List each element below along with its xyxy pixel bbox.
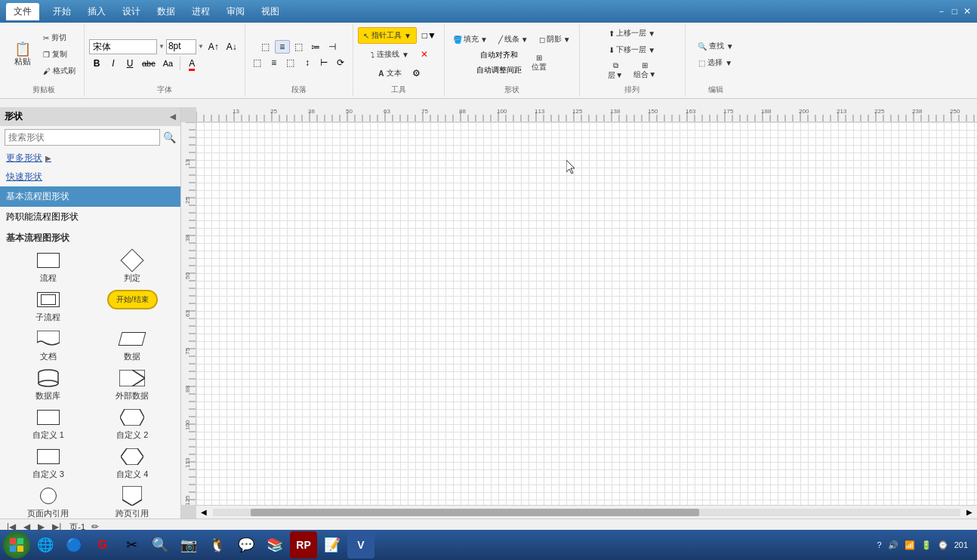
hscroll[interactable]: ◀ ▶ — [196, 505, 977, 518]
shape-document[interactable]: 文档 — [9, 329, 88, 362]
auto-space-button[interactable]: 自动调整间距 — [473, 63, 525, 77]
shape-custom1[interactable]: 自定义 1 — [9, 408, 88, 441]
taskbar-question-icon[interactable]: ? — [877, 540, 882, 549]
auto-align-button[interactable]: 自动对齐和 — [473, 48, 525, 62]
tab-start[interactable]: 开始 — [45, 3, 79, 20]
taskbar-battery-icon[interactable]: 🔋 — [921, 540, 932, 550]
font-shrink-button[interactable]: A↓ — [223, 40, 240, 54]
taskbar-rp-button[interactable]: RP — [290, 531, 317, 558]
font-name-selector[interactable]: 宋体 — [89, 39, 157, 54]
align-right-top-button[interactable]: ⬚ — [291, 40, 307, 54]
taskbar-clock-icon[interactable]: ⌚ — [938, 540, 948, 550]
cross-functional-category[interactable]: 跨职能流程图形状 — [0, 207, 180, 227]
canvas[interactable] — [196, 122, 977, 505]
hscroll-track[interactable] — [213, 509, 960, 516]
find-button[interactable]: 🔍 查找 ▼ — [694, 38, 738, 54]
font-name-dropdown[interactable]: ▼ — [159, 43, 165, 50]
align-right-button[interactable]: ⬚ — [283, 56, 298, 69]
italic-button[interactable]: I — [106, 57, 121, 70]
shape-custom3[interactable]: 自定义 3 — [9, 447, 88, 480]
restore-icon[interactable]: □ — [952, 6, 957, 17]
tab-data[interactable]: 数据 — [149, 3, 183, 20]
shape-page-ref[interactable]: 页面内引用 — [9, 486, 88, 518]
fill-button[interactable]: 🪣 填充 ▼ — [449, 32, 492, 47]
group-button[interactable]: ⊞ 组合▼ — [630, 59, 660, 83]
shadow-button[interactable]: ◻ 阴影 ▼ — [535, 32, 575, 47]
align-center-button[interactable]: ≡ — [267, 56, 282, 69]
shape-start-end[interactable]: 开始/结束 — [94, 290, 172, 323]
minimize-icon[interactable]: － — [937, 5, 946, 18]
align-left-top-button[interactable]: ⬚ — [258, 40, 273, 54]
start-button[interactable] — [3, 531, 30, 558]
align-left-button[interactable]: ⬚ — [250, 56, 265, 69]
shape-external-data[interactable]: 外部数据 — [94, 368, 172, 402]
cut-button[interactable]: ✂ 剪切 — [39, 30, 79, 45]
quick-shapes-link[interactable]: 快速形状 — [0, 168, 180, 186]
connector-options-button[interactable]: ✕ — [417, 48, 432, 61]
strikethrough-button[interactable]: abc — [139, 57, 159, 69]
taskbar-book-button[interactable]: 📚 — [261, 531, 288, 558]
fill-dropdown[interactable]: ▼ — [480, 35, 488, 44]
tab-process[interactable]: 进程 — [184, 3, 217, 20]
paste-button[interactable]: 📋 粘贴 — [8, 38, 38, 71]
taskbar-photo-button[interactable]: 📷 — [175, 531, 202, 558]
layer-button[interactable]: ⧉ 层▼ — [604, 59, 627, 83]
connector-dropdown[interactable]: ▼ — [402, 51, 409, 59]
shape-custom4[interactable]: 自定义 4 — [94, 447, 172, 480]
shape-custom2[interactable]: 自定义 2 — [94, 408, 172, 441]
align-center-top-button[interactable]: ≡ — [275, 40, 290, 54]
bold-button[interactable]: B — [89, 57, 104, 70]
bullet-list-button[interactable]: ≔ — [308, 40, 323, 54]
line-spacing-button[interactable]: ↕ — [300, 56, 315, 69]
connector-tool-button[interactable]: ⤵ 连接线 ▼ — [365, 46, 415, 63]
line-dropdown[interactable]: ▼ — [521, 35, 529, 44]
pointer-tool-button[interactable]: ↖ 指针工具 ▼ — [358, 27, 417, 44]
taskbar-cut-button[interactable]: ✂ — [118, 531, 145, 558]
shape-database[interactable]: 数据库 — [9, 368, 88, 402]
format-painter-button[interactable]: 🖌 格式刷 — [39, 63, 79, 78]
font-case-button[interactable]: Aa — [160, 57, 176, 69]
position-button[interactable]: ⊞ 位置 — [528, 51, 550, 75]
taskbar-note-button[interactable]: 📝 — [319, 531, 346, 558]
shape-decision[interactable]: 判定 — [94, 251, 172, 284]
pointer-options-button[interactable]: □▼ — [419, 29, 439, 42]
taskbar-network-icon[interactable]: 📶 — [905, 540, 915, 550]
basic-flow-category[interactable]: 基本流程图形状 — [0, 186, 180, 207]
indent-button[interactable]: ⊣ — [325, 40, 340, 54]
text-tool-button[interactable]: A 文本 — [373, 65, 406, 82]
select-button[interactable]: ⬚ 选择 ▼ — [695, 55, 736, 70]
pointer-dropdown[interactable]: ▼ — [404, 32, 411, 40]
search-input[interactable] — [5, 129, 160, 146]
file-tab[interactable]: 文件 — [6, 3, 39, 20]
taskbar-chat-button[interactable]: 💬 — [233, 531, 260, 558]
search-button[interactable]: 🔍 — [163, 131, 176, 143]
text-options-button[interactable]: ⚙ — [409, 66, 424, 80]
taskbar-word-button[interactable]: V — [347, 531, 374, 558]
tab-review[interactable]: 审阅 — [219, 3, 252, 20]
font-size-dropdown[interactable]: ▼ — [198, 43, 204, 50]
copy-button[interactable]: ❐ 复制 — [39, 47, 79, 62]
font-size-selector[interactable]: 8pt — [166, 39, 196, 54]
sidebar-collapse-button[interactable]: ◀ — [170, 112, 176, 121]
taskbar-chrome-button[interactable]: 🔵 — [60, 531, 88, 558]
taskbar-search-button[interactable]: 🔍 — [146, 531, 174, 558]
hscroll-right-button[interactable]: ▶ — [962, 508, 977, 516]
taskbar-browser-button[interactable]: 🌐 — [32, 531, 59, 558]
tab-design[interactable]: 设计 — [115, 3, 148, 20]
hscroll-thumb[interactable] — [251, 509, 699, 516]
taskbar-g-button[interactable]: G — [89, 531, 116, 558]
shadow-dropdown[interactable]: ▼ — [563, 35, 571, 44]
line-button[interactable]: ╱ 线条 ▼ — [495, 32, 532, 47]
tab-view[interactable]: 视图 — [254, 3, 287, 20]
outdent-button[interactable]: ⊢ — [316, 56, 331, 69]
shape-data[interactable]: 数据 — [94, 329, 172, 362]
tab-insert[interactable]: 插入 — [80, 3, 113, 20]
shape-subprocess[interactable]: 子流程 — [9, 290, 88, 323]
taskbar-volume-icon[interactable]: 🔊 — [888, 540, 898, 550]
bring-front-button[interactable]: ⬆ 上移一层 ▼ — [605, 26, 659, 41]
taskbar-penguin-button[interactable]: 🐧 — [204, 531, 231, 558]
font-color-button[interactable]: A — [184, 57, 199, 70]
font-grow-button[interactable]: A↑ — [205, 40, 222, 54]
send-back-button[interactable]: ⬇ 下移一层 ▼ — [605, 42, 659, 57]
hscroll-left-button[interactable]: ◀ — [196, 508, 211, 516]
